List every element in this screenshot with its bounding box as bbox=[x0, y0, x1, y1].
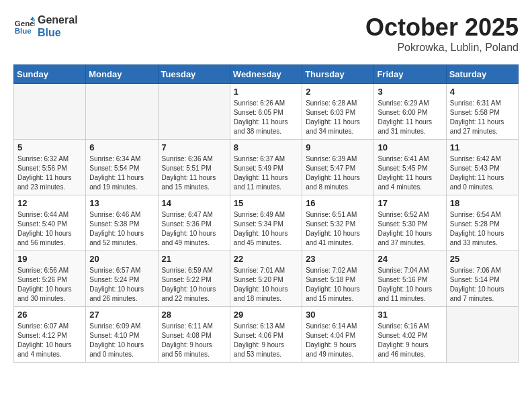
calendar-cell: 30Sunrise: 6:14 AM Sunset: 4:04 PM Dayli… bbox=[302, 307, 374, 363]
day-info: Sunrise: 6:57 AM Sunset: 5:24 PM Dayligh… bbox=[89, 266, 154, 304]
day-info: Sunrise: 6:34 AM Sunset: 5:54 PM Dayligh… bbox=[89, 154, 154, 192]
day-info: Sunrise: 7:02 AM Sunset: 5:18 PM Dayligh… bbox=[306, 266, 370, 304]
calendar-cell: 18Sunrise: 6:54 AM Sunset: 5:28 PM Dayli… bbox=[446, 195, 518, 251]
day-info: Sunrise: 7:04 AM Sunset: 5:16 PM Dayligh… bbox=[378, 266, 442, 304]
day-info: Sunrise: 6:52 AM Sunset: 5:30 PM Dayligh… bbox=[378, 210, 442, 248]
day-number: 18 bbox=[450, 198, 515, 208]
calendar-cell: 25Sunrise: 7:06 AM Sunset: 5:14 PM Dayli… bbox=[446, 251, 518, 307]
day-number: 14 bbox=[162, 198, 226, 208]
calendar-cell: 13Sunrise: 6:46 AM Sunset: 5:38 PM Dayli… bbox=[86, 195, 158, 251]
day-number: 2 bbox=[306, 87, 370, 97]
day-number: 16 bbox=[306, 198, 370, 208]
day-number: 25 bbox=[450, 254, 515, 264]
calendar-cell bbox=[14, 84, 86, 140]
day-number: 11 bbox=[450, 142, 515, 152]
day-number: 17 bbox=[378, 198, 442, 208]
day-info: Sunrise: 6:14 AM Sunset: 4:04 PM Dayligh… bbox=[306, 322, 370, 359]
weekday-header-monday: Monday bbox=[86, 65, 158, 84]
calendar-week-4: 19Sunrise: 6:56 AM Sunset: 5:26 PM Dayli… bbox=[14, 251, 519, 307]
day-number: 3 bbox=[378, 87, 442, 97]
calendar-cell: 5Sunrise: 6:32 AM Sunset: 5:56 PM Daylig… bbox=[14, 140, 86, 195]
logo-icon: General Blue bbox=[13, 15, 35, 37]
day-info: Sunrise: 6:36 AM Sunset: 5:51 PM Dayligh… bbox=[162, 154, 226, 192]
calendar-cell: 8Sunrise: 6:37 AM Sunset: 5:49 PM Daylig… bbox=[230, 140, 302, 195]
day-number: 15 bbox=[234, 198, 298, 208]
day-number: 10 bbox=[378, 142, 442, 152]
calendar-cell: 14Sunrise: 6:47 AM Sunset: 5:36 PM Dayli… bbox=[158, 195, 230, 251]
calendar-header-row: SundayMondayTuesdayWednesdayThursdayFrid… bbox=[14, 65, 519, 84]
day-info: Sunrise: 6:11 AM Sunset: 4:08 PM Dayligh… bbox=[162, 322, 226, 359]
calendar-cell: 2Sunrise: 6:28 AM Sunset: 6:03 PM Daylig… bbox=[302, 84, 374, 140]
calendar-table: SundayMondayTuesdayWednesdayThursdayFrid… bbox=[13, 64, 519, 363]
calendar-cell: 15Sunrise: 6:49 AM Sunset: 5:34 PM Dayli… bbox=[230, 195, 302, 251]
weekday-header-wednesday: Wednesday bbox=[230, 65, 302, 84]
day-info: Sunrise: 6:47 AM Sunset: 5:36 PM Dayligh… bbox=[162, 210, 226, 248]
calendar-cell: 9Sunrise: 6:39 AM Sunset: 5:47 PM Daylig… bbox=[302, 140, 374, 195]
day-number: 4 bbox=[450, 87, 515, 97]
day-info: Sunrise: 6:16 AM Sunset: 4:02 PM Dayligh… bbox=[378, 322, 442, 359]
day-info: Sunrise: 6:41 AM Sunset: 5:45 PM Dayligh… bbox=[378, 154, 442, 192]
calendar-cell bbox=[158, 84, 230, 140]
weekday-header-tuesday: Tuesday bbox=[158, 65, 230, 84]
day-number: 30 bbox=[306, 310, 370, 320]
day-info: Sunrise: 6:51 AM Sunset: 5:32 PM Dayligh… bbox=[306, 210, 370, 248]
day-info: Sunrise: 6:31 AM Sunset: 5:58 PM Dayligh… bbox=[450, 99, 515, 136]
day-info: Sunrise: 6:13 AM Sunset: 4:06 PM Dayligh… bbox=[234, 322, 298, 359]
logo-line2: Blue bbox=[38, 26, 78, 39]
page-header: General Blue General Blue October 2025 P… bbox=[13, 13, 519, 54]
day-info: Sunrise: 6:54 AM Sunset: 5:28 PM Dayligh… bbox=[450, 210, 515, 248]
day-number: 31 bbox=[378, 310, 442, 320]
day-number: 6 bbox=[89, 142, 154, 152]
day-number: 9 bbox=[306, 142, 370, 152]
weekday-header-saturday: Saturday bbox=[446, 65, 518, 84]
calendar-cell: 12Sunrise: 6:44 AM Sunset: 5:40 PM Dayli… bbox=[14, 195, 86, 251]
location-subtitle: Pokrowka, Lublin, Poland bbox=[365, 42, 519, 54]
calendar-cell: 21Sunrise: 6:59 AM Sunset: 5:22 PM Dayli… bbox=[158, 251, 230, 307]
calendar-cell: 24Sunrise: 7:04 AM Sunset: 5:16 PM Dayli… bbox=[374, 251, 446, 307]
calendar-cell: 28Sunrise: 6:11 AM Sunset: 4:08 PM Dayli… bbox=[158, 307, 230, 363]
day-number: 20 bbox=[89, 254, 154, 264]
day-info: Sunrise: 6:28 AM Sunset: 6:03 PM Dayligh… bbox=[306, 99, 370, 136]
logo: General Blue General Blue bbox=[13, 13, 78, 39]
calendar-cell: 3Sunrise: 6:29 AM Sunset: 6:00 PM Daylig… bbox=[374, 84, 446, 140]
calendar-cell: 26Sunrise: 6:07 AM Sunset: 4:12 PM Dayli… bbox=[14, 307, 86, 363]
calendar-week-5: 26Sunrise: 6:07 AM Sunset: 4:12 PM Dayli… bbox=[14, 307, 519, 363]
day-number: 12 bbox=[17, 198, 82, 208]
calendar-cell: 22Sunrise: 7:01 AM Sunset: 5:20 PM Dayli… bbox=[230, 251, 302, 307]
calendar-cell: 27Sunrise: 6:09 AM Sunset: 4:10 PM Dayli… bbox=[86, 307, 158, 363]
day-info: Sunrise: 6:44 AM Sunset: 5:40 PM Dayligh… bbox=[17, 210, 82, 248]
day-info: Sunrise: 6:09 AM Sunset: 4:10 PM Dayligh… bbox=[89, 322, 154, 359]
calendar-week-2: 5Sunrise: 6:32 AM Sunset: 5:56 PM Daylig… bbox=[14, 140, 519, 195]
day-info: Sunrise: 7:06 AM Sunset: 5:14 PM Dayligh… bbox=[450, 266, 515, 304]
calendar-week-3: 12Sunrise: 6:44 AM Sunset: 5:40 PM Dayli… bbox=[14, 195, 519, 251]
day-info: Sunrise: 6:49 AM Sunset: 5:34 PM Dayligh… bbox=[234, 210, 298, 248]
day-number: 21 bbox=[162, 254, 226, 264]
calendar-cell: 10Sunrise: 6:41 AM Sunset: 5:45 PM Dayli… bbox=[374, 140, 446, 195]
day-number: 22 bbox=[234, 254, 298, 264]
day-info: Sunrise: 6:59 AM Sunset: 5:22 PM Dayligh… bbox=[162, 266, 226, 304]
day-info: Sunrise: 6:56 AM Sunset: 5:26 PM Dayligh… bbox=[17, 266, 82, 304]
day-number: 29 bbox=[234, 310, 298, 320]
day-info: Sunrise: 6:07 AM Sunset: 4:12 PM Dayligh… bbox=[17, 322, 82, 359]
calendar-cell: 6Sunrise: 6:34 AM Sunset: 5:54 PM Daylig… bbox=[86, 140, 158, 195]
day-number: 19 bbox=[17, 254, 82, 264]
day-number: 23 bbox=[306, 254, 370, 264]
calendar-cell: 31Sunrise: 6:16 AM Sunset: 4:02 PM Dayli… bbox=[374, 307, 446, 363]
day-number: 7 bbox=[162, 142, 226, 152]
calendar-cell: 29Sunrise: 6:13 AM Sunset: 4:06 PM Dayli… bbox=[230, 307, 302, 363]
calendar-cell: 19Sunrise: 6:56 AM Sunset: 5:26 PM Dayli… bbox=[14, 251, 86, 307]
logo-line1: General bbox=[38, 13, 78, 26]
day-info: Sunrise: 7:01 AM Sunset: 5:20 PM Dayligh… bbox=[234, 266, 298, 304]
day-number: 8 bbox=[234, 142, 298, 152]
day-info: Sunrise: 6:39 AM Sunset: 5:47 PM Dayligh… bbox=[306, 154, 370, 192]
calendar-cell: 16Sunrise: 6:51 AM Sunset: 5:32 PM Dayli… bbox=[302, 195, 374, 251]
day-number: 24 bbox=[378, 254, 442, 264]
calendar-cell bbox=[446, 307, 518, 363]
calendar-cell: 7Sunrise: 6:36 AM Sunset: 5:51 PM Daylig… bbox=[158, 140, 230, 195]
calendar-cell bbox=[86, 84, 158, 140]
day-info: Sunrise: 6:37 AM Sunset: 5:49 PM Dayligh… bbox=[234, 154, 298, 192]
day-info: Sunrise: 6:42 AM Sunset: 5:43 PM Dayligh… bbox=[450, 154, 515, 192]
calendar-cell: 23Sunrise: 7:02 AM Sunset: 5:18 PM Dayli… bbox=[302, 251, 374, 307]
weekday-header-sunday: Sunday bbox=[14, 65, 86, 84]
month-year-title: October 2025 bbox=[365, 13, 519, 42]
